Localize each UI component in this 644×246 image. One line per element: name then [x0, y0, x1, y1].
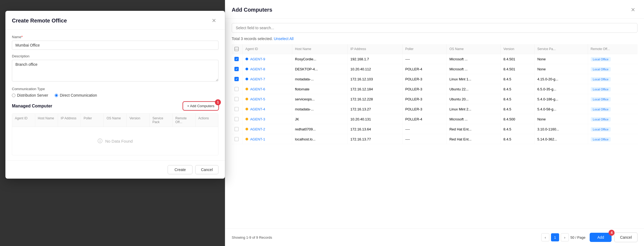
row-version: 8.4.5 — [501, 74, 535, 84]
th-ip-address: IP Address — [348, 44, 403, 54]
row-agent-id: AGENT-3 — [243, 114, 292, 124]
row-checkbox-cell[interactable] — [232, 94, 243, 104]
desc-textarea[interactable]: Branch office — [12, 60, 218, 81]
row-checkbox[interactable] — [234, 137, 239, 141]
left-cancel-button[interactable]: Cancel — [195, 165, 218, 174]
th-version: Version — [501, 44, 535, 54]
row-checkbox[interactable] — [234, 117, 239, 121]
row-checkbox-cell[interactable] — [232, 134, 243, 144]
computers-table: — Agent ID Host Name IP Address Poller O… — [232, 44, 638, 144]
row-agent-id: AGENT-2 — [243, 124, 292, 134]
row-checkbox[interactable]: ✓ — [234, 77, 239, 81]
row-agent-id: AGENT-8 — [243, 64, 292, 74]
row-poller: POLLER-4 — [402, 114, 446, 124]
agent-link[interactable]: AGENT-9 — [250, 57, 265, 61]
status-dot — [245, 88, 248, 90]
row-os-name: Microsoft ... — [447, 64, 501, 74]
search-input[interactable] — [232, 23, 638, 33]
table-row: AGENT-3 JK 10.20.40.131 POLLER-4 Microso… — [232, 114, 638, 124]
row-remote-office: Local Office — [588, 94, 638, 104]
row-remote-office: Local Office — [588, 54, 638, 64]
row-checkbox[interactable] — [234, 107, 239, 111]
row-checkbox-cell[interactable]: ✓ — [232, 64, 243, 74]
row-agent-id: AGENT-1 — [243, 134, 292, 144]
page-1-button[interactable]: 1 — [551, 233, 559, 241]
th-os-name: OS Name — [104, 114, 127, 127]
left-close-button[interactable]: ✕ — [210, 16, 218, 25]
right-close-button[interactable]: ✕ — [629, 5, 638, 14]
table-row: AGENT-5 serviceops... 172.16.12.228 POLL… — [232, 94, 638, 104]
radio-direct-communication-input[interactable] — [55, 94, 58, 97]
th-agent-id: Agent ID — [243, 44, 292, 54]
unselect-all-link[interactable]: Unselect All — [274, 37, 294, 41]
row-os-name: Microsoft ... — [447, 54, 501, 64]
row-ip-address: 172.16.12.184 — [348, 84, 403, 94]
local-office-badge: Local Office — [591, 77, 611, 81]
agent-link[interactable]: AGENT-6 — [250, 87, 265, 91]
left-dialog-header: Create Remote Office ✕ — [5, 11, 225, 29]
row-service-pack: 3.10.0-1160... — [535, 124, 588, 134]
badge-1: 1 — [215, 99, 221, 105]
agent-link[interactable]: AGENT-1 — [250, 137, 265, 141]
agent-link[interactable]: AGENT-7 — [250, 77, 265, 81]
row-service-pack: None — [535, 64, 588, 74]
row-ip-address: 192.168.1.7 — [348, 54, 403, 64]
create-button[interactable]: Create — [168, 165, 192, 174]
page-size-selector[interactable]: 50 / Page — [570, 235, 586, 240]
desc-label: Description — [12, 54, 218, 58]
row-version: 8.4.501 — [501, 54, 535, 64]
row-checkbox-cell[interactable]: ✓ — [232, 54, 243, 64]
prev-page-button[interactable]: ‹ — [541, 233, 549, 241]
row-host-name: RosyCordie... — [292, 54, 348, 64]
row-ip-address: 10.20.40.131 — [348, 114, 403, 124]
showing-text: Showing 1-9 of 9 Records — [232, 235, 272, 240]
row-ip-address: 172.16.12.103 — [348, 74, 403, 84]
right-cancel-button[interactable]: Cancel — [614, 232, 638, 242]
row-checkbox[interactable] — [234, 97, 239, 101]
status-dot — [245, 68, 248, 70]
no-data-message: ⓘ No Data Found — [12, 127, 218, 155]
agent-link[interactable]: AGENT-2 — [250, 127, 265, 131]
row-host-name: flotomate — [292, 84, 348, 94]
status-dot — [245, 118, 248, 120]
row-checkbox[interactable] — [234, 127, 239, 131]
row-ip-address: 172.16.12.228 — [348, 94, 403, 104]
header-checkbox[interactable]: — — [234, 47, 239, 51]
agent-link[interactable]: AGENT-3 — [250, 117, 265, 121]
th-ip-address: IP Address — [58, 114, 81, 127]
row-checkbox[interactable]: ✓ — [234, 67, 239, 71]
agent-link[interactable]: AGENT-8 — [250, 67, 265, 71]
row-remote-office: Local Office — [588, 114, 638, 124]
row-checkbox-cell[interactable]: ✓ — [232, 74, 243, 84]
row-checkbox-cell[interactable] — [232, 114, 243, 124]
row-os-name: Red Hat Ent... — [447, 124, 501, 134]
row-host-name: motadata-... — [292, 104, 348, 114]
row-os-name: Linux Mint 1... — [447, 74, 501, 84]
info-icon: ⓘ — [98, 138, 102, 144]
row-checkbox[interactable] — [234, 87, 239, 91]
row-poller: POLLER-3 — [402, 74, 446, 84]
row-checkbox-cell[interactable] — [232, 124, 243, 134]
table-header-row: — Agent ID Host Name IP Address Poller O… — [232, 44, 638, 54]
row-poller: ---- — [402, 134, 446, 144]
row-os-name: Ubuntu 20... — [447, 94, 501, 104]
next-page-button[interactable]: › — [561, 233, 569, 241]
row-service-pack: None — [535, 54, 588, 64]
table-row: ✓ AGENT-8 DESKTOP-4... 10.20.40.112 POLL… — [232, 64, 638, 74]
add-computers-button[interactable]: + Add Computers 1 — [183, 102, 218, 110]
th-os-name: OS Name — [447, 44, 501, 54]
radio-direct-communication[interactable]: Direct Communication — [55, 93, 97, 97]
name-input[interactable] — [12, 41, 218, 50]
row-checkbox-cell[interactable] — [232, 84, 243, 94]
agent-link[interactable]: AGENT-4 — [250, 107, 265, 111]
radio-distribution-server[interactable]: Distribution Server — [12, 93, 48, 97]
th-remote-off: Remote Off... — [172, 114, 195, 127]
row-checkbox[interactable]: ✓ — [234, 57, 239, 61]
agent-link[interactable]: AGENT-5 — [250, 97, 265, 101]
row-checkbox-cell[interactable] — [232, 104, 243, 114]
status-dot — [245, 98, 248, 100]
radio-distribution-server-input[interactable] — [12, 94, 15, 97]
row-service-pack: 4.15.0-20-g... — [535, 74, 588, 84]
add-button[interactable]: Add 4 — [590, 233, 612, 242]
th-host-name: Host Name — [35, 114, 58, 127]
